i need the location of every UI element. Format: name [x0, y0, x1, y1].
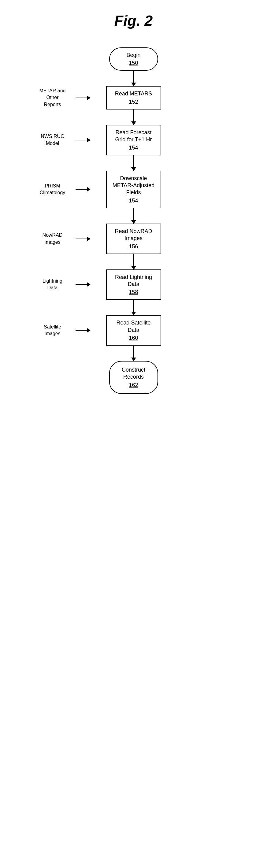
arrow-down-6-icon — [134, 300, 134, 315]
read-nowrad-row: NowRADImages Read NowRADImages 156 — [27, 224, 241, 254]
read-satellite-num: 160 — [129, 335, 138, 341]
read-nowrad-node: Read NowRADImages 156 — [106, 224, 161, 254]
read-lightning-node: Read LightningData 158 — [106, 270, 161, 300]
metar-side-label: METAR andOtherReports — [30, 88, 76, 108]
fig-title: Fig. 2 — [114, 12, 153, 29]
downscale-row: PRISMClimatology DownscaleMETAR-Adjusted… — [27, 170, 241, 208]
prism-connector — [76, 189, 90, 190]
read-forecast-node: Read ForecastGrid for T+1 Hr 154 — [106, 125, 161, 155]
metar-connector — [76, 98, 90, 98]
nws-arrow — [76, 140, 90, 141]
metar-arrow — [76, 98, 90, 98]
nws-side-label: NWS RUCModel — [30, 133, 76, 147]
arrow-7 — [134, 346, 134, 361]
satellite-side-label: SatelliteImages — [30, 323, 76, 337]
nowrad-side-label: NowRADImages — [30, 232, 76, 246]
read-metars-row: METAR andOtherReports Read METARS 152 — [27, 86, 241, 109]
construct-records-label: ConstructRecords — [122, 366, 145, 381]
begin-num: 150 — [129, 60, 138, 66]
nowrad-arrow — [76, 239, 90, 239]
construct-records-num: 162 — [129, 382, 138, 389]
construct-records-node: ConstructRecords 162 — [109, 361, 158, 394]
lightning-side-label: LightningData — [30, 278, 76, 291]
begin-node: Begin 150 — [109, 48, 158, 71]
nws-connector — [76, 140, 90, 141]
downscale-label: DownscaleMETAR-AdjustedFields — [113, 175, 155, 196]
arrow-down-7-icon — [134, 346, 134, 361]
read-satellite-label: Read SatelliteData — [116, 319, 150, 334]
satellite-arrow — [76, 330, 90, 331]
downscale-node: DownscaleMETAR-AdjustedFields 154 — [106, 170, 161, 208]
lightning-connector — [76, 284, 90, 285]
construct-records-row: ConstructRecords 162 — [27, 361, 241, 394]
satellite-connector — [76, 330, 90, 331]
read-satellite-node: Read SatelliteData 160 — [106, 315, 161, 346]
read-lightning-row: LightningData Read LightningData 158 — [27, 270, 241, 300]
read-forecast-label: Read ForecastGrid for T+1 Hr — [115, 129, 152, 144]
arrow-down-4-icon — [134, 208, 134, 224]
arrow-1 — [134, 71, 134, 86]
lightning-arrow — [76, 284, 90, 285]
read-nowrad-num: 156 — [129, 244, 138, 250]
arrow-down-2-icon — [134, 110, 134, 125]
arrow-down-3-icon — [134, 155, 134, 170]
begin-row: Begin 150 — [27, 48, 241, 71]
arrow-down-5-icon — [134, 254, 134, 270]
arrow-5 — [134, 254, 134, 270]
read-nowrad-label: Read NowRADImages — [115, 228, 152, 242]
flowchart: Begin 150 METAR andOtherReports Read MET… — [27, 48, 241, 394]
arrow-3 — [134, 155, 134, 170]
nowrad-connector — [76, 239, 90, 239]
read-forecast-num: 154 — [129, 145, 138, 151]
prism-arrow — [76, 189, 90, 190]
read-metars-label: Read METARS — [115, 90, 152, 97]
arrow-4 — [134, 208, 134, 224]
read-lightning-num: 158 — [129, 289, 138, 296]
read-metars-node: Read METARS 152 — [106, 86, 161, 109]
read-forecast-row: NWS RUCModel Read ForecastGrid for T+1 H… — [27, 125, 241, 155]
read-satellite-row: SatelliteImages Read SatelliteData 160 — [27, 315, 241, 346]
arrow-2 — [134, 110, 134, 125]
page: Fig. 2 Begin 150 METAR andOtherReports — [0, 0, 267, 868]
arrow-6 — [134, 300, 134, 315]
read-lightning-label: Read LightningData — [115, 274, 152, 288]
downscale-num: 154 — [129, 197, 138, 204]
arrow-down-icon — [134, 71, 134, 86]
prism-side-label: PRISMClimatology — [30, 183, 76, 196]
begin-label: Begin — [126, 52, 140, 59]
read-metars-num: 152 — [129, 99, 138, 105]
